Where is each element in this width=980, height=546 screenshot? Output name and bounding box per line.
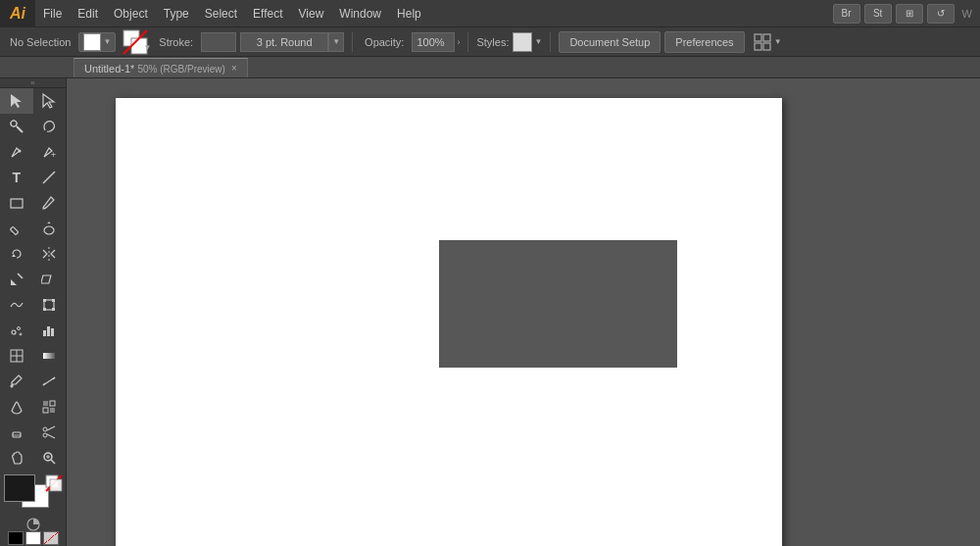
styles-swatch[interactable]: [513, 32, 532, 52]
scale-tool[interactable]: [0, 267, 33, 292]
reflect-tool[interactable]: [33, 241, 67, 267]
shear-tool[interactable]: [33, 267, 67, 292]
svg-rect-59: [50, 479, 62, 491]
preferences-button[interactable]: Preferences: [664, 31, 744, 53]
tab-close-button[interactable]: ×: [231, 63, 237, 74]
white-swatch[interactable]: [25, 531, 41, 545]
svg-rect-29: [52, 308, 55, 311]
toolbar: « + T: [0, 78, 67, 546]
svg-marker-7: [11, 94, 22, 108]
arrange-dropdown-arrow[interactable]: ▼: [774, 37, 782, 46]
app-logo: Ai: [0, 0, 35, 27]
rect-tool[interactable]: [0, 190, 33, 216]
eraser-tool[interactable]: [0, 420, 33, 445]
symbol-sprayer-tool[interactable]: [0, 318, 33, 343]
rotate-tool[interactable]: [0, 241, 33, 267]
swap-colors-icon[interactable]: [45, 474, 63, 492]
scissors-tool[interactable]: [33, 420, 67, 445]
column-graph-tool[interactable]: [33, 318, 67, 343]
eyedropper-tool[interactable]: [0, 369, 33, 394]
tool-row-15: [0, 445, 66, 471]
direct-selection-tool[interactable]: [33, 88, 67, 114]
opacity-expand[interactable]: ›: [457, 37, 460, 47]
svg-point-30: [12, 330, 16, 334]
toolbar-collapse[interactable]: «: [0, 78, 66, 88]
placed-rectangle[interactable]: [439, 240, 677, 368]
opacity-input[interactable]: 100%: [412, 32, 455, 52]
paintbrush-tool[interactable]: [33, 190, 67, 216]
svg-marker-21: [12, 254, 16, 257]
fill-swatch-container[interactable]: ▼: [78, 32, 116, 52]
window-resize: W: [958, 8, 972, 20]
fill-swatch[interactable]: [83, 33, 101, 51]
live-paint-selection[interactable]: [33, 394, 67, 420]
bridge-button[interactable]: Br: [833, 4, 860, 24]
menu-object[interactable]: Object: [106, 0, 156, 27]
canvas-area[interactable]: [67, 78, 980, 546]
svg-point-49: [43, 427, 47, 431]
menu-view[interactable]: View: [291, 0, 332, 27]
stroke-label: Stroke:: [155, 36, 197, 48]
document-tab[interactable]: Untitled-1* 50% (RGB/Preview) ×: [74, 58, 248, 77]
stroke-swatch-arrow[interactable]: ▼: [143, 43, 151, 52]
live-paint-bucket[interactable]: [0, 394, 33, 420]
warp-tool[interactable]: [0, 292, 33, 318]
arrange-button[interactable]: ⊞: [896, 4, 923, 24]
svg-rect-4: [763, 34, 770, 41]
svg-rect-3: [755, 34, 761, 41]
fill-dropdown-arrow[interactable]: ▼: [103, 37, 111, 46]
sync-button[interactable]: ↺: [927, 4, 955, 24]
styles-dropdown-arrow[interactable]: ▼: [534, 37, 542, 46]
svg-marker-8: [43, 94, 54, 108]
lasso-tool[interactable]: [33, 114, 67, 139]
color-section: [0, 471, 66, 546]
measure-tool[interactable]: [33, 369, 67, 394]
foreground-color-swatch[interactable]: [4, 474, 35, 502]
arrange-icon[interactable]: [753, 32, 772, 52]
pen-tool[interactable]: [0, 139, 33, 165]
menu-file[interactable]: File: [35, 0, 70, 27]
menu-help[interactable]: Help: [389, 0, 429, 27]
svg-text:+: +: [51, 150, 56, 160]
color-mode-icon[interactable]: [26, 518, 40, 531]
menu-edit[interactable]: Edit: [70, 0, 106, 27]
artboard: [116, 98, 782, 546]
mesh-tool[interactable]: [0, 343, 33, 369]
svg-point-32: [20, 333, 22, 335]
options-bar: No Selection ▼ ▼ Stroke: 3 pt. Round ▼ O…: [0, 27, 980, 57]
zoom-tool[interactable]: [33, 445, 67, 471]
stock-button[interactable]: St: [864, 4, 892, 24]
svg-rect-27: [52, 299, 55, 302]
menu-type[interactable]: Type: [156, 0, 197, 27]
type-tool[interactable]: T: [0, 165, 33, 190]
tool-row-5: [0, 190, 66, 216]
none-swatch[interactable]: [43, 531, 59, 545]
hand-tool[interactable]: [0, 445, 33, 471]
line-tool[interactable]: [33, 165, 67, 190]
weight-dropdown-arrow[interactable]: ▼: [328, 32, 344, 52]
free-transform-tool[interactable]: [33, 292, 67, 318]
tool-row-7: [0, 241, 66, 267]
selection-tool[interactable]: [0, 88, 33, 114]
black-swatch[interactable]: [8, 531, 24, 545]
svg-line-42: [53, 377, 55, 379]
pencil-tool[interactable]: [0, 216, 33, 241]
menu-effect[interactable]: Effect: [245, 0, 290, 27]
document-setup-button[interactable]: Document Setup: [559, 31, 661, 53]
blob-brush-tool[interactable]: [33, 216, 67, 241]
magic-wand-tool[interactable]: [0, 114, 33, 139]
stroke-value-display: [201, 32, 236, 52]
menu-select[interactable]: Select: [197, 0, 245, 27]
add-anchor-point-tool[interactable]: +: [33, 139, 67, 165]
svg-rect-6: [763, 43, 770, 50]
weight-input[interactable]: 3 pt. Round: [240, 32, 328, 52]
svg-rect-35: [51, 328, 54, 336]
tool-row-2: [0, 114, 66, 139]
svg-rect-33: [43, 330, 46, 336]
svg-rect-45: [43, 408, 48, 413]
gradient-tool[interactable]: [33, 343, 67, 369]
color-mode-row: [4, 518, 62, 531]
svg-line-23: [18, 273, 23, 278]
menu-window[interactable]: Window: [331, 0, 389, 27]
svg-rect-18: [11, 199, 23, 208]
